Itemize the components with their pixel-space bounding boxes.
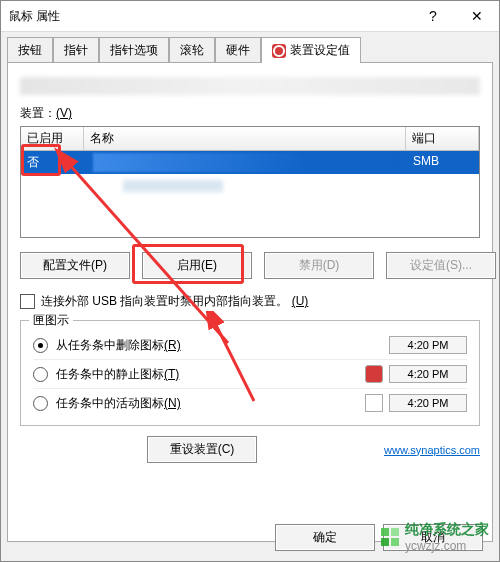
radio-label: 任务条中的活动图标(N): [56, 395, 181, 412]
setvalue-button: 设定值(S)...: [386, 252, 496, 279]
radio-label: 任务条中的静止图标(T): [56, 366, 179, 383]
radio-icon[interactable]: [33, 367, 48, 382]
enable-button[interactable]: 启用(E): [142, 252, 252, 279]
device-label: 装置：(V): [20, 105, 480, 122]
synaptics-link[interactable]: www.synaptics.com: [384, 444, 480, 456]
tray-icon-gray: [365, 394, 383, 412]
ok-button[interactable]: 确定: [275, 524, 375, 551]
radio-remove-icon[interactable]: 从任务条中删除图标(R) 4:20 PM: [33, 331, 467, 360]
time-preview: 4:20 PM: [389, 394, 467, 412]
device-label-key: (V): [56, 106, 72, 120]
synaptics-icon: [272, 44, 286, 58]
checkbox-label: 连接外部 USB 指向装置时禁用内部指向装置。 (U): [41, 293, 308, 310]
tab-pointer-options[interactable]: 指针选项: [99, 37, 169, 63]
radio-static-icon[interactable]: 任务条中的静止图标(T) 4:20 PM: [33, 360, 467, 389]
tab-wheel[interactable]: 滚轮: [169, 37, 215, 63]
dialog-window: 鼠标 属性 ? ✕ 按钮 指针 指针选项 滚轮 硬件 装置设定值 装置：(V) …: [0, 0, 500, 562]
tray-group-title: 匣图示: [29, 312, 73, 329]
time-preview: 4:20 PM: [389, 336, 467, 354]
col-enabled[interactable]: 已启用: [21, 127, 84, 150]
cell-port: SMB: [407, 151, 479, 174]
tray-icon-group: 匣图示 从任务条中删除图标(R) 4:20 PM 任务条中的静止图标(T) 4:…: [20, 320, 480, 426]
disable-button: 禁用(D): [264, 252, 374, 279]
col-name[interactable]: 名称: [84, 127, 406, 150]
cell-enabled: 否: [21, 151, 83, 174]
usb-checkbox-row[interactable]: 连接外部 USB 指向装置时禁用内部指向装置。 (U): [20, 293, 480, 310]
col-port[interactable]: 端口: [406, 127, 479, 150]
tab-device-settings[interactable]: 装置设定值: [261, 37, 361, 63]
tab-panel: 装置：(V) 已启用 名称 端口 否 SMB 配置文件(P) 启用(E) 禁用(…: [7, 62, 493, 542]
radio-active-icon[interactable]: 任务条中的活动图标(N) 4:20 PM: [33, 389, 467, 417]
device-buttons-row: 配置文件(P) 启用(E) 禁用(D) 设定值(S)...: [20, 252, 480, 279]
window-title: 鼠标 属性: [9, 8, 60, 25]
checkbox-icon[interactable]: [20, 294, 35, 309]
time-preview: 4:20 PM: [389, 365, 467, 383]
device-row[interactable]: 否 SMB: [21, 151, 479, 174]
profile-button[interactable]: 配置文件(P): [20, 252, 130, 279]
tab-hardware[interactable]: 硬件: [215, 37, 261, 63]
bottom-row: 重设装置(C) www.synaptics.com: [20, 436, 480, 463]
redacted-text: [20, 77, 480, 95]
titlebar: 鼠标 属性 ? ✕: [1, 1, 499, 32]
close-button[interactable]: ✕: [455, 1, 499, 31]
window-buttons: ? ✕: [411, 1, 499, 31]
device-table-header: 已启用 名称 端口: [21, 127, 479, 151]
radio-icon[interactable]: [33, 338, 48, 353]
tab-buttons[interactable]: 按钮: [7, 37, 53, 63]
radio-icon[interactable]: [33, 396, 48, 411]
radio-label: 从任务条中删除图标(R): [56, 337, 181, 354]
help-button[interactable]: ?: [411, 1, 455, 31]
dialog-footer-buttons: 确定 取消: [275, 524, 483, 551]
device-label-text: 装置：: [20, 106, 56, 120]
tab-device-settings-label: 装置设定值: [290, 43, 350, 57]
reset-button[interactable]: 重设装置(C): [147, 436, 257, 463]
tray-icon-red: [365, 365, 383, 383]
cell-name: [83, 151, 407, 174]
device-table[interactable]: 已启用 名称 端口 否 SMB: [20, 126, 480, 238]
tab-pointers[interactable]: 指针: [53, 37, 99, 63]
tabstrip: 按钮 指针 指针选项 滚轮 硬件 装置设定值: [1, 32, 499, 62]
cancel-button[interactable]: 取消: [383, 524, 483, 551]
